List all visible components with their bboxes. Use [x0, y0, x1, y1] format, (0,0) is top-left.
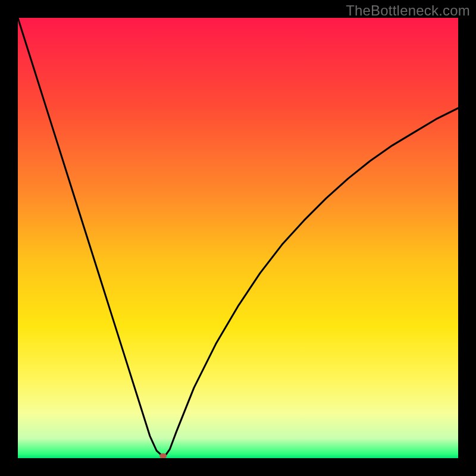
plot-area [18, 18, 458, 458]
chart-frame: TheBottleneck.com [0, 0, 476, 476]
chart-svg [18, 18, 458, 458]
watermark-text: TheBottleneck.com [346, 2, 470, 19]
gradient-background [18, 18, 458, 458]
